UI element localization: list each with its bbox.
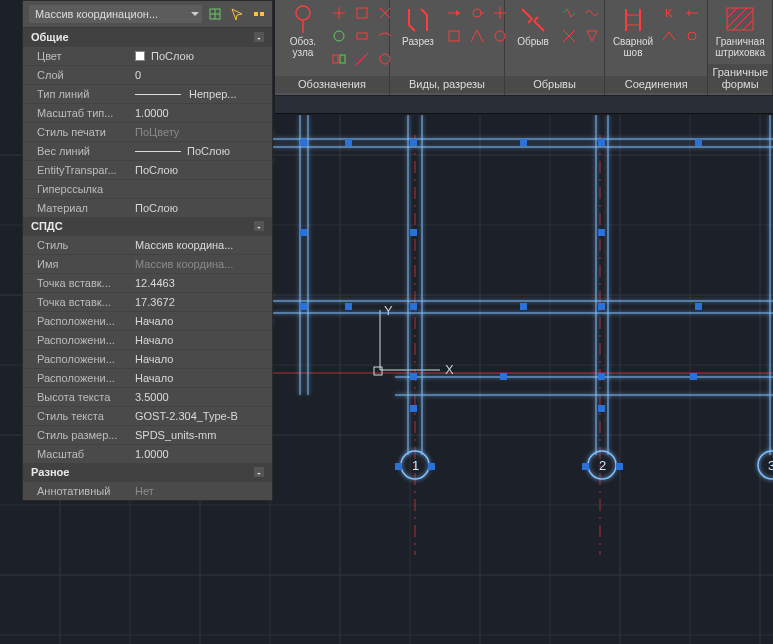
property-row[interactable]: Тип линийНепрер... [23,84,272,103]
svg-rect-102 [254,12,258,16]
property-row[interactable]: Расположени...Начало [23,368,272,387]
weld-icon [618,5,648,35]
svg-rect-61 [598,405,605,412]
bubble-3: 3 [768,458,773,473]
bubble-2: 2 [599,458,606,473]
svg-rect-58 [598,373,605,380]
svg-rect-48 [410,229,417,236]
node-annotation-button[interactable]: Обоз. узла [279,3,327,60]
section-button[interactable]: Разрез [394,3,442,50]
view-4-icon[interactable] [444,26,464,46]
property-row[interactable]: Точка вставк...12.4463 [23,273,272,292]
property-row[interactable]: Расположени...Начало [23,330,272,349]
property-row[interactable]: Вес линийПоСлою [23,141,272,160]
property-value[interactable]: ПоЦвету [131,123,272,141]
break-1-icon[interactable] [559,3,579,23]
anno-1-icon[interactable] [329,3,349,23]
anno-5-icon[interactable] [352,26,372,46]
weld-2-icon[interactable] [682,3,702,23]
property-row[interactable]: Точка вставк...17.3672 [23,292,272,311]
property-value[interactable]: Непрер... [131,85,272,103]
property-value[interactable]: Массив координа... [131,236,272,254]
property-value[interactable] [131,180,272,198]
ribbon-group-annotations: Обоз. узла Обозначения [275,0,390,95]
section-misc[interactable]: Разное - [23,463,272,481]
property-value[interactable]: ПоСлою [131,161,272,179]
svg-marker-77 [456,10,460,16]
axis-x-label: X [445,362,454,377]
property-row[interactable]: Стиль текстаGOST-2.304_Type-B [23,406,272,425]
view-1-icon[interactable] [444,3,464,23]
property-value[interactable]: ПоСлою [131,142,272,160]
property-label: Расположени... [23,369,131,387]
property-row[interactable]: EntityTranspar...ПоСлою [23,160,272,179]
property-value[interactable]: Нет [131,482,272,500]
property-row[interactable]: ИмяМассив координа... [23,254,272,273]
break-icon [518,5,548,35]
svg-rect-72 [357,33,367,39]
property-row[interactable]: ЦветПоСлою [23,46,272,65]
anno-7-icon[interactable] [329,49,349,69]
property-value[interactable]: 12.4463 [131,274,272,292]
svg-line-97 [733,10,753,30]
property-row[interactable]: Расположени...Начало [23,311,272,330]
property-value[interactable]: Массив координа... [131,255,272,273]
break-3-icon[interactable] [559,26,579,46]
object-type-dropdown[interactable]: Массив координацион... [29,5,202,23]
property-row[interactable]: АннотативныйНет [23,481,272,500]
property-row[interactable]: СтильМассив координа... [23,235,272,254]
anno-8-icon[interactable] [352,49,372,69]
anno-2-icon[interactable] [352,3,372,23]
break-2-icon[interactable] [582,3,602,23]
toggle-pim-button[interactable] [206,5,224,23]
property-value[interactable]: ПоСлою [131,199,272,217]
weld-4-icon[interactable] [682,26,702,46]
property-value[interactable]: 17.3672 [131,293,272,311]
property-value[interactable]: 1.0000 [131,104,272,122]
weld-3-icon[interactable] [659,26,679,46]
property-value[interactable]: ПоСлою [131,47,272,65]
property-value[interactable]: 0 [131,66,272,84]
ribbon-group-views: Разрез Виды, разрезы [390,0,505,95]
view-2-icon[interactable] [467,3,487,23]
property-row[interactable]: Стиль размер...SPDS_units-mm [23,425,272,444]
weld-1-icon[interactable]: K [659,3,679,23]
select-objects-button[interactable] [250,5,268,23]
svg-rect-70 [357,8,367,18]
property-row[interactable]: Масштаб1.0000 [23,444,272,463]
axis-y-label: Y [384,303,393,318]
property-value[interactable]: 1.0000 [131,445,272,463]
property-row[interactable]: Высота текста3.5000 [23,387,272,406]
boundary-hatch-button[interactable]: Граничная штриховка [713,3,767,60]
break-button[interactable]: Обрыв [509,3,557,50]
svg-rect-62 [395,463,402,470]
property-value[interactable]: Начало [131,369,272,387]
svg-rect-54 [598,303,605,310]
property-row[interactable]: Гиперссылка [23,179,272,198]
property-row[interactable]: МатериалПоСлою [23,198,272,217]
property-row[interactable]: Масштаб тип...1.0000 [23,103,272,122]
break-4-icon[interactable] [582,26,602,46]
quick-select-button[interactable] [228,5,246,23]
property-value[interactable]: Начало [131,331,272,349]
property-value[interactable]: 3.5000 [131,388,272,406]
section-general[interactable]: Общие - [23,28,272,46]
property-value[interactable]: SPDS_units-mm [131,426,272,444]
property-row[interactable]: Слой0 [23,65,272,84]
section-spds[interactable]: СПДС - [23,217,272,235]
section-general-body: ЦветПоСлоюСлой0Тип линийНепрер...Масштаб… [23,46,272,217]
property-label: Расположени... [23,350,131,368]
view-5-icon[interactable] [467,26,487,46]
property-value[interactable]: Начало [131,350,272,368]
anno-4-icon[interactable] [329,26,349,46]
section-icon [403,5,433,35]
property-row[interactable]: Расположени...Начало [23,349,272,368]
property-label: Гиперссылка [23,180,131,198]
panel-dock-strip[interactable] [0,0,22,644]
property-value[interactable]: GOST-2.304_Type-B [131,407,272,425]
property-label: Масштаб [23,445,131,463]
tabstrip[interactable] [275,96,773,114]
property-row[interactable]: Стиль печатиПоЦвету [23,122,272,141]
weld-button[interactable]: Сварной шов [609,3,657,60]
property-value[interactable]: Начало [131,312,272,330]
